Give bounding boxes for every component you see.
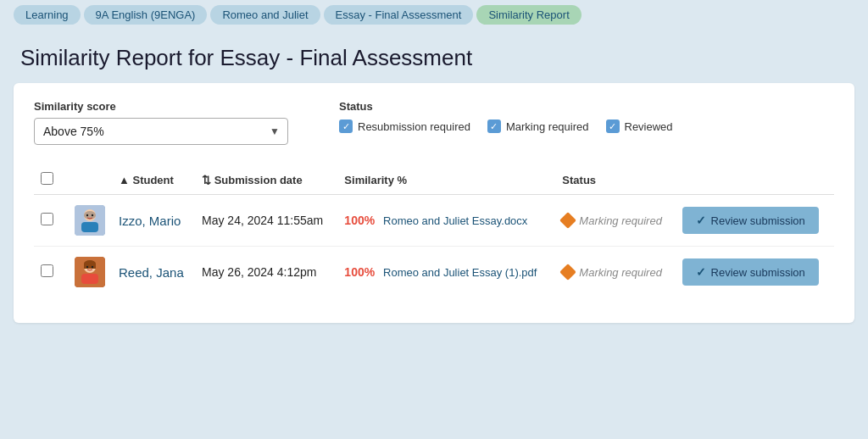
svg-point-4 xyxy=(86,214,88,216)
status-resubmission[interactable]: ✓ Resubmission required xyxy=(339,119,470,133)
row2-student-name[interactable]: Reed, Jana xyxy=(119,265,184,280)
row2-status-text: Marking required xyxy=(579,266,662,279)
row1-file-link[interactable]: Romeo and Juliet Essay.docx xyxy=(383,214,527,227)
row1-diamond-icon xyxy=(559,212,576,229)
row2-action-cell: ✓ Review submission xyxy=(676,247,834,298)
row2-diamond-icon xyxy=(559,264,576,281)
row2-avatar-cell xyxy=(68,247,112,298)
svg-point-5 xyxy=(92,214,93,216)
table-header-row: ▲ Student ⇅ Submission date Similarity %… xyxy=(34,164,834,195)
th-student[interactable]: ▲ Student xyxy=(112,164,195,195)
breadcrumb-assessment[interactable]: Essay - Final Assessment xyxy=(324,5,474,25)
row2-date: May 26, 2024 4:12pm xyxy=(202,265,316,279)
th-action xyxy=(676,164,834,195)
resubmission-label: Resubmission required xyxy=(358,120,470,133)
row1-avatar xyxy=(75,205,105,236)
row1-student-cell: Izzo, Mario xyxy=(112,195,195,247)
row1-check-icon: ✓ xyxy=(696,214,706,227)
status-label: Status xyxy=(339,100,673,113)
th-submission-date-label: ⇅ Submission date xyxy=(202,174,303,186)
status-filter: Status ✓ Resubmission required ✓ Marking… xyxy=(339,100,673,133)
similarity-score-select[interactable]: Above 75% Above 50% Above 25% All xyxy=(34,118,288,145)
th-avatar xyxy=(68,164,112,195)
row2-similarity-pct: 100% xyxy=(344,265,375,279)
row1-status-text: Marking required xyxy=(579,214,662,227)
main-card: Similarity score Above 75% Above 50% Abo… xyxy=(14,83,854,323)
row1-checkbox[interactable] xyxy=(41,213,53,225)
row1-date-cell: May 24, 2024 11:55am xyxy=(195,195,337,247)
svg-point-11 xyxy=(92,266,93,268)
row1-similarity-cell: 100% Romeo and Juliet Essay.docx xyxy=(337,195,555,247)
select-all-checkbox[interactable] xyxy=(41,172,53,185)
th-student-label: ▲ Student xyxy=(119,174,174,186)
svg-point-10 xyxy=(86,266,88,268)
breadcrumb-unit[interactable]: Romeo and Juliet xyxy=(210,5,320,25)
row1-similarity-pct: 100% xyxy=(344,214,375,227)
reviewed-checkbox[interactable]: ✓ xyxy=(606,119,620,133)
breadcrumb: Learning 9A English (9ENGA) Romeo and Ju… xyxy=(0,0,868,30)
row1-review-label: Review submission xyxy=(711,214,805,227)
row1-status-badge: Marking required xyxy=(562,214,668,227)
row2-status-badge: Marking required xyxy=(562,266,668,279)
similarity-score-filter: Similarity score Above 75% Above 50% Abo… xyxy=(34,100,288,145)
th-similarity: Similarity % xyxy=(337,164,555,195)
row1-action-cell: ✓ Review submission xyxy=(676,195,834,247)
row2-checkbox[interactable] xyxy=(41,264,53,277)
row2-review-label: Review submission xyxy=(711,266,805,279)
row1-review-button[interactable]: ✓ Review submission xyxy=(682,207,819,234)
breadcrumb-report[interactable]: Similarity Report xyxy=(476,5,581,25)
svg-rect-2 xyxy=(81,222,98,232)
page-title: Similarity Report for Essay - Final Asse… xyxy=(0,30,868,83)
row1-student-name[interactable]: Izzo, Mario xyxy=(119,214,181,228)
svg-rect-9 xyxy=(84,264,96,269)
submissions-table: ▲ Student ⇅ Submission date Similarity %… xyxy=(34,164,834,297)
row2-review-button[interactable]: ✓ Review submission xyxy=(682,258,819,286)
row2-avatar xyxy=(75,257,105,287)
status-reviewed[interactable]: ✓ Reviewed xyxy=(606,119,673,133)
marking-checkbox[interactable]: ✓ xyxy=(487,119,501,133)
breadcrumb-learning[interactable]: Learning xyxy=(14,5,81,25)
row1-avatar-cell xyxy=(68,195,112,247)
svg-rect-12 xyxy=(81,274,98,284)
row2-checkbox-cell xyxy=(34,247,68,298)
status-marking[interactable]: ✓ Marking required xyxy=(487,119,589,133)
table-row: Izzo, Mario May 24, 2024 11:55am 100% Ro… xyxy=(34,195,834,247)
row1-date: May 24, 2024 11:55am xyxy=(202,214,323,227)
row2-file-link[interactable]: Romeo and Juliet Essay (1).pdf xyxy=(383,266,537,279)
th-status: Status xyxy=(555,164,675,195)
resubmission-checkbox[interactable]: ✓ xyxy=(339,119,353,133)
similarity-score-select-wrapper: Above 75% Above 50% Above 25% All ▼ xyxy=(34,118,288,145)
row2-check-icon: ✓ xyxy=(696,265,706,279)
filters-row: Similarity score Above 75% Above 50% Abo… xyxy=(34,100,834,145)
row1-status-cell: Marking required xyxy=(555,195,675,247)
status-checks: ✓ Resubmission required ✓ Marking requir… xyxy=(339,119,673,133)
similarity-score-label: Similarity score xyxy=(34,100,288,113)
row1-checkbox-cell xyxy=(34,195,68,247)
th-submission-date[interactable]: ⇅ Submission date xyxy=(195,164,337,195)
row2-similarity-cell: 100% Romeo and Juliet Essay (1).pdf xyxy=(337,247,555,298)
table-row: Reed, Jana May 26, 2024 4:12pm 100% Rome… xyxy=(34,247,834,298)
row2-student-cell: Reed, Jana xyxy=(112,247,195,298)
th-select-all xyxy=(34,164,68,195)
reviewed-label: Reviewed xyxy=(625,120,673,133)
breadcrumb-class[interactable]: 9A English (9ENGA) xyxy=(84,5,208,25)
row2-status-cell: Marking required xyxy=(555,247,675,298)
row2-date-cell: May 26, 2024 4:12pm xyxy=(195,247,337,298)
marking-label: Marking required xyxy=(506,120,589,133)
